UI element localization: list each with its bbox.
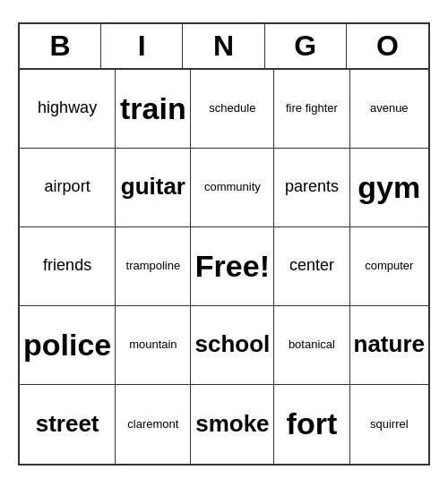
bingo-cell: squirrel xyxy=(350,385,428,464)
cell-text: schedule xyxy=(209,101,255,115)
cell-text: smoke xyxy=(195,410,269,438)
bingo-cell: schedule xyxy=(191,70,274,149)
bingo-cell: fort xyxy=(274,385,349,464)
cell-text: community xyxy=(204,180,261,194)
bingo-cell: botanical xyxy=(274,306,349,385)
bingo-cell: nature xyxy=(350,306,428,385)
header-letter: G xyxy=(265,24,347,68)
bingo-cell: mountain xyxy=(116,306,191,385)
cell-text: guitar xyxy=(121,173,185,201)
cell-text: train xyxy=(120,90,186,127)
header-letter: B xyxy=(20,24,101,68)
cell-text: squirrel xyxy=(370,417,409,431)
cell-text: claremont xyxy=(127,417,178,431)
bingo-cell: street xyxy=(20,385,116,464)
bingo-grid: highwaytrainschedulefire fighteravenueai… xyxy=(20,70,428,464)
cell-text: police xyxy=(23,327,111,363)
cell-text: center xyxy=(289,256,334,276)
bingo-cell: trampoline xyxy=(116,227,191,306)
bingo-cell: parents xyxy=(274,149,349,227)
cell-text: highway xyxy=(38,98,97,118)
cell-text: fort xyxy=(287,406,338,442)
bingo-cell: community xyxy=(191,149,274,227)
cell-text: parents xyxy=(285,177,339,197)
header-letter: I xyxy=(101,24,183,68)
cell-text: trampoline xyxy=(126,259,181,273)
bingo-header: BINGO xyxy=(20,24,428,70)
cell-text: avenue xyxy=(370,101,409,115)
bingo-cell: guitar xyxy=(116,149,191,227)
cell-text: mountain xyxy=(129,337,177,352)
cell-text: fire fighter xyxy=(286,101,338,115)
bingo-cell: center xyxy=(274,227,349,306)
cell-text: nature xyxy=(354,330,425,358)
cell-text: botanical xyxy=(289,337,335,352)
cell-text: airport xyxy=(45,177,90,197)
bingo-cell: train xyxy=(116,70,191,149)
header-letter: O xyxy=(347,24,428,68)
cell-text: gym xyxy=(358,169,420,206)
bingo-cell: Free! xyxy=(191,227,274,306)
cell-text: computer xyxy=(365,259,413,273)
bingo-cell: gym xyxy=(350,149,428,227)
bingo-cell: computer xyxy=(350,227,428,306)
bingo-cell: friends xyxy=(20,227,116,306)
bingo-cell: police xyxy=(20,306,116,385)
cell-text: school xyxy=(194,330,270,358)
cell-text: street xyxy=(36,410,99,438)
bingo-cell: airport xyxy=(20,149,116,227)
bingo-cell: claremont xyxy=(116,385,191,464)
cell-text: friends xyxy=(43,256,91,276)
bingo-card: BINGO highwaytrainschedulefire fighterav… xyxy=(18,22,430,466)
bingo-cell: smoke xyxy=(191,385,274,464)
header-letter: N xyxy=(183,24,264,68)
bingo-cell: fire fighter xyxy=(274,70,349,149)
bingo-cell: avenue xyxy=(350,70,428,149)
bingo-cell: highway xyxy=(20,70,116,149)
bingo-cell: school xyxy=(191,306,274,385)
cell-text: Free! xyxy=(195,248,270,285)
